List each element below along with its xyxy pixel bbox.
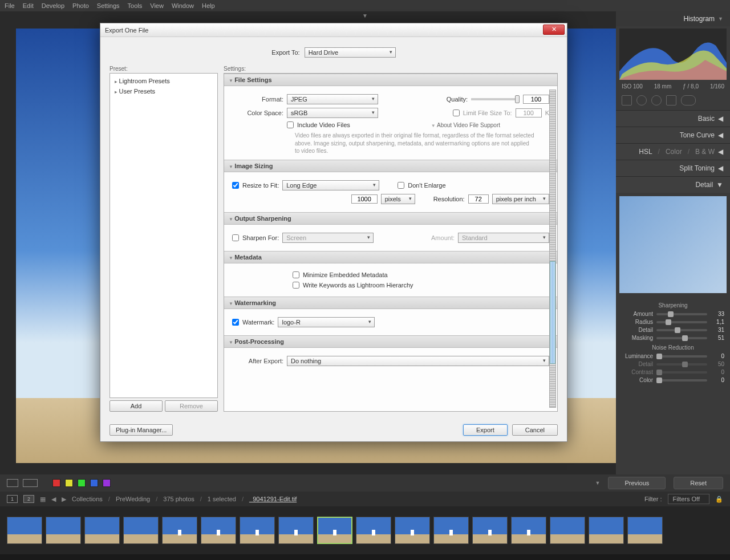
slider-radius[interactable]: Radius1,1 xyxy=(622,319,724,325)
export-button[interactable]: Export xyxy=(463,424,508,436)
sharpen-checkbox[interactable] xyxy=(232,234,239,241)
close-button[interactable]: ✕ xyxy=(543,25,565,35)
section-output-sharpening[interactable]: Output Sharpening xyxy=(224,212,557,225)
thumbnail[interactable] xyxy=(240,517,275,544)
dimension-unit-dropdown[interactable]: pixels xyxy=(381,194,415,204)
crop-tool-icon[interactable] xyxy=(622,95,632,105)
format-dropdown[interactable]: JPEG xyxy=(287,94,378,104)
expand-top-handle[interactable]: ▼ xyxy=(362,13,368,19)
gradient-tool-icon[interactable] xyxy=(666,95,676,105)
histogram-header[interactable]: Histogram▼ xyxy=(616,11,730,26)
thumbnail[interactable] xyxy=(84,517,120,544)
slider-detail[interactable]: Detail50 xyxy=(622,361,724,367)
thumbnail[interactable] xyxy=(511,517,546,544)
menu-develop[interactable]: Develop xyxy=(42,2,64,9)
menu-window[interactable]: Window xyxy=(172,2,194,9)
panel-split-toning[interactable]: Split Toning◀ xyxy=(616,160,730,176)
resolution-unit-dropdown[interactable]: pixels per inch xyxy=(492,194,549,204)
cancel-button[interactable]: Cancel xyxy=(512,424,558,436)
add-preset-button[interactable]: Add xyxy=(110,400,163,412)
remove-preset-button[interactable]: Remove xyxy=(165,400,218,412)
section-file-settings[interactable]: File Settings xyxy=(224,74,557,86)
limit-size-input[interactable] xyxy=(516,108,542,117)
thumbnail[interactable] xyxy=(433,517,469,544)
label-green[interactable] xyxy=(78,479,86,487)
thumbnail[interactable] xyxy=(278,517,314,544)
panel-tone-curve[interactable]: Tone Curve◀ xyxy=(616,127,730,143)
thumbnail[interactable] xyxy=(589,517,624,544)
preset-list[interactable]: Lightroom Presets User Presets xyxy=(110,73,218,398)
menu-view[interactable]: View xyxy=(150,2,164,9)
label-red[interactable] xyxy=(52,479,60,487)
slider-amount[interactable]: Amount33 xyxy=(622,311,724,317)
dont-enlarge-checkbox[interactable] xyxy=(398,182,404,189)
thumbnail[interactable] xyxy=(317,517,352,544)
section-watermarking[interactable]: Watermarking xyxy=(224,297,557,309)
brush-tool-icon[interactable] xyxy=(681,95,696,105)
colorspace-dropdown[interactable]: sRGB xyxy=(287,108,378,118)
menu-tools[interactable]: Tools xyxy=(128,2,143,9)
slider-contrast[interactable]: Contrast0 xyxy=(622,369,724,375)
view-mode-icon[interactable] xyxy=(23,479,38,487)
thumbnail[interactable] xyxy=(123,517,159,544)
resize-dropdown[interactable]: Long Edge xyxy=(282,180,379,190)
settings-scroll[interactable]: File Settings Format: JPEG Quality: xyxy=(224,73,558,412)
keywords-hierarchy-checkbox[interactable] xyxy=(293,282,299,289)
thumbnail[interactable] xyxy=(162,517,197,544)
scrollbar[interactable] xyxy=(549,90,556,408)
next-icon[interactable]: ▶ xyxy=(62,496,66,503)
slider-color[interactable]: Color0 xyxy=(622,377,724,383)
export-to-dropdown[interactable]: Hard Drive xyxy=(305,47,396,58)
scrollbar-thumb[interactable] xyxy=(550,261,555,364)
thumbnail[interactable] xyxy=(356,517,391,544)
menu-settings[interactable]: Settings xyxy=(97,2,120,9)
before-after-icon[interactable] xyxy=(7,479,18,487)
section-image-sizing[interactable]: Image Sizing xyxy=(224,160,557,172)
crumb-filename[interactable]: _9041291-Edit.tif xyxy=(249,496,297,502)
thumbnail[interactable] xyxy=(201,517,236,544)
thumbnail[interactable] xyxy=(46,517,81,544)
crumb-folder[interactable]: PreWedding xyxy=(116,496,150,502)
filter-lock-icon[interactable]: 🔒 xyxy=(715,496,723,503)
plugin-manager-button[interactable]: Plug-in Manager... xyxy=(110,424,173,436)
grid-nav-1[interactable]: 1 xyxy=(7,495,18,503)
limit-size-checkbox[interactable] xyxy=(453,109,460,116)
dropdown-icon[interactable]: ▼ xyxy=(595,480,601,486)
panel-detail[interactable]: Detail▼ xyxy=(616,176,730,193)
after-export-dropdown[interactable]: Do nothing xyxy=(287,356,549,366)
redeye-tool-icon[interactable] xyxy=(651,95,662,105)
thumbnail[interactable] xyxy=(472,517,508,544)
panel-hsl[interactable]: HSL/Color/B & W◀ xyxy=(616,143,730,160)
resize-checkbox[interactable] xyxy=(232,182,239,189)
menu-photo[interactable]: Photo xyxy=(72,2,89,9)
dimension-input[interactable] xyxy=(351,194,378,204)
menu-file[interactable]: File xyxy=(5,2,15,9)
crumb-collections[interactable]: Collections xyxy=(72,496,103,502)
label-blue[interactable] xyxy=(90,479,98,487)
include-video-checkbox[interactable] xyxy=(287,121,294,128)
prev-icon[interactable]: ◀ xyxy=(51,496,56,503)
thumbnail[interactable] xyxy=(550,517,585,544)
slider-detail[interactable]: Detail31 xyxy=(622,327,724,333)
slider-luminance[interactable]: Luminance0 xyxy=(622,353,724,359)
menu-edit[interactable]: Edit xyxy=(23,2,34,9)
label-purple[interactable] xyxy=(103,479,111,487)
grid-icon[interactable]: ▦ xyxy=(40,496,46,503)
grid-nav-2[interactable]: 2 xyxy=(23,495,34,503)
thumbnail[interactable] xyxy=(7,517,42,544)
label-yellow[interactable] xyxy=(65,479,73,487)
preset-lightroom[interactable]: Lightroom Presets xyxy=(112,76,215,86)
reset-button[interactable]: Reset xyxy=(674,477,723,489)
menu-help[interactable]: Help xyxy=(202,2,215,9)
section-post-processing[interactable]: Post-Processing xyxy=(224,335,557,348)
filter-dropdown[interactable]: Filters Off xyxy=(668,494,709,504)
watermark-dropdown[interactable]: logo-R xyxy=(278,317,375,327)
section-metadata[interactable]: Metadata xyxy=(224,251,557,263)
thumbnail[interactable] xyxy=(395,517,430,544)
resolution-input[interactable] xyxy=(468,194,489,204)
slider-masking[interactable]: Masking51 xyxy=(622,335,724,341)
previous-button[interactable]: Previous xyxy=(608,477,666,489)
video-support-toggle[interactable]: About Video File Support xyxy=(431,122,500,128)
dialog-titlebar[interactable]: Export One File ✕ xyxy=(100,23,567,37)
thumbnail[interactable] xyxy=(627,517,663,544)
